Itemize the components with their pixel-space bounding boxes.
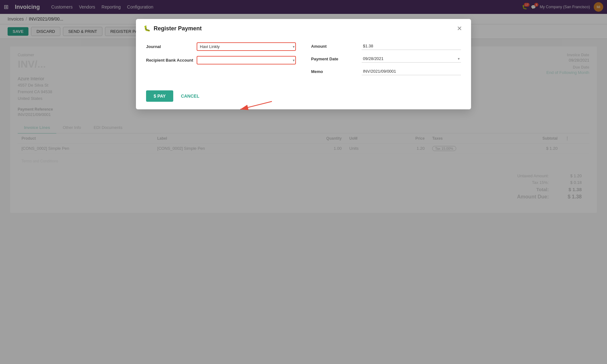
annotation-arrow xyxy=(237,97,275,116)
payment-date-input[interactable] xyxy=(362,55,461,63)
modal-title: Register Payment xyxy=(154,25,452,32)
modal-form-grid: Journal ▾ Recipient Bank Account ▾ xyxy=(146,42,461,80)
amount-input[interactable] xyxy=(362,42,461,50)
amount-field: Amount xyxy=(311,42,461,50)
register-payment-modal: 🐛 Register Payment ✕ Journal ▾ xyxy=(136,19,471,109)
modal-header: 🐛 Register Payment ✕ xyxy=(136,19,471,37)
journal-label: Journal xyxy=(146,44,197,49)
modal-title-icon: 🐛 xyxy=(144,25,150,32)
modal-body: Journal ▾ Recipient Bank Account ▾ xyxy=(136,37,471,88)
cancel-button[interactable]: CANCEL xyxy=(178,90,202,102)
journal-input[interactable] xyxy=(197,42,296,51)
modal-close-button[interactable]: ✕ xyxy=(456,25,463,32)
journal-input-wrap: ▾ xyxy=(197,42,296,51)
modal-form-left: Journal ▾ Recipient Bank Account ▾ xyxy=(146,42,296,80)
pay-button[interactable]: $ PAY xyxy=(146,90,173,102)
memo-field: Memo xyxy=(311,68,461,75)
recipient-bank-input-wrap: ▾ xyxy=(197,56,296,64)
amount-input-wrap xyxy=(362,42,461,50)
amount-label: Amount xyxy=(311,44,362,49)
payment-date-input-wrap: ▾ xyxy=(362,55,461,63)
payment-date-field: Payment Date ▾ xyxy=(311,55,461,63)
recipient-bank-field: Recipient Bank Account ▾ xyxy=(146,56,296,64)
modal-overlay: 🐛 Register Payment ✕ Journal ▾ xyxy=(0,0,607,364)
recipient-bank-label: Recipient Bank Account xyxy=(146,58,197,63)
recipient-bank-input[interactable] xyxy=(197,56,296,64)
memo-label: Memo xyxy=(311,69,362,74)
memo-input-wrap xyxy=(362,68,461,75)
memo-input[interactable] xyxy=(362,68,461,75)
modal-form-right: Amount Payment Date ▾ xyxy=(311,42,461,80)
payment-date-label: Payment Date xyxy=(311,57,362,61)
svg-line-1 xyxy=(240,101,272,109)
modal-footer: $ PAY CANCEL xyxy=(136,88,471,109)
journal-field: Journal ▾ xyxy=(146,42,296,51)
